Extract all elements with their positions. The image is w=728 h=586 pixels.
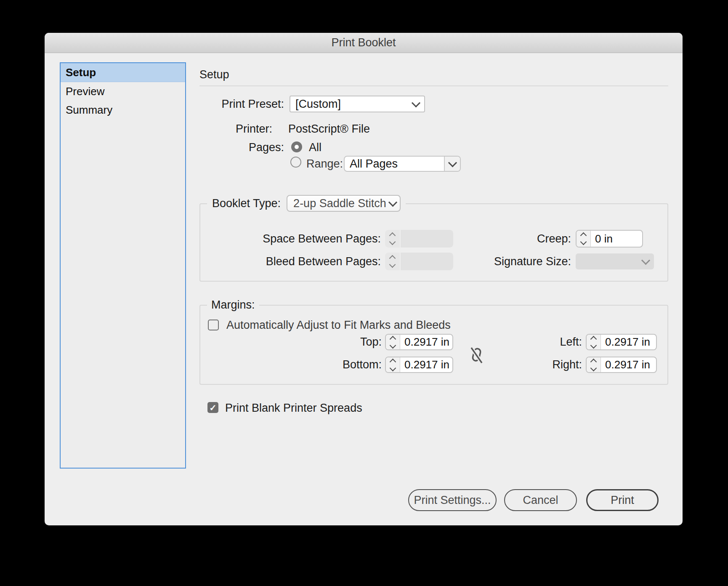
stepper-up-icon — [390, 358, 396, 365]
pages-range-label[interactable]: Range: — [306, 156, 343, 172]
signature-size-dropdown — [576, 253, 654, 269]
stepper-up-icon — [389, 232, 396, 239]
cancel-button[interactable]: Cancel — [504, 489, 577, 511]
chevron-down-icon — [637, 258, 654, 265]
stepper-icons[interactable] — [587, 357, 601, 372]
page-range-combobox[interactable]: All Pages — [344, 156, 461, 172]
space-between-pages-field — [385, 230, 453, 248]
right-margin-field[interactable]: 0.2917 in — [586, 357, 657, 373]
bottom-margin-field[interactable]: 0.2917 in — [385, 357, 453, 373]
space-between-pages-value — [401, 230, 453, 248]
check-icon: ✓ — [209, 403, 217, 412]
sidebar-item-setup[interactable]: Setup — [61, 63, 185, 82]
page-range-value[interactable]: All Pages — [345, 157, 444, 170]
sidebar-item-preview[interactable]: Preview — [61, 82, 185, 101]
stepper-down-icon — [590, 365, 597, 371]
bleed-between-pages-field — [385, 253, 453, 270]
creep-value[interactable]: 0 in — [591, 231, 642, 247]
stepper-up-icon — [590, 358, 597, 365]
sidebar-item-label: Summary — [66, 104, 112, 116]
print-booklet-dialog: Print Booklet Setup Preview Summary Setu… — [45, 33, 683, 525]
sidebar-item-summary[interactable]: Summary — [61, 101, 185, 119]
pages-label: Pages: — [199, 139, 284, 155]
creep-label: Creep: — [465, 230, 571, 248]
stepper-down-icon — [580, 239, 587, 245]
bleed-between-pages-value — [401, 253, 453, 270]
stepper-icons[interactable] — [386, 335, 400, 349]
stepper-icons[interactable] — [587, 335, 601, 349]
right-margin-value[interactable]: 0.2917 in — [601, 357, 656, 372]
printer-value: PostScript® File — [288, 121, 370, 137]
print-blank-spreads-checkbox[interactable]: ✓ — [207, 402, 218, 413]
right-margin-label: Right: — [497, 357, 582, 373]
stepper-up-icon — [580, 232, 587, 239]
booklet-type-value: 2-up Saddle Stitch — [287, 197, 386, 210]
print-settings-button[interactable]: Print Settings... — [408, 489, 497, 511]
pages-all-label[interactable]: All — [309, 139, 321, 155]
window-title: Print Booklet — [331, 36, 396, 49]
stepper-icons[interactable] — [577, 231, 591, 247]
print-preset-value: [Custom] — [290, 98, 407, 111]
stepper-icons[interactable] — [386, 357, 400, 372]
unlink-icon[interactable] — [468, 344, 485, 368]
sidebar-item-label: Preview — [66, 85, 104, 98]
top-margin-value[interactable]: 0.2917 in — [400, 335, 452, 349]
stepper-down-icon — [390, 342, 396, 349]
print-blank-spreads-label[interactable]: Print Blank Printer Spreads — [225, 401, 362, 415]
stepper-down-icon — [590, 342, 597, 349]
radio-dot-icon — [295, 145, 299, 149]
stepper-up-icon — [389, 255, 396, 262]
page-title: Setup — [199, 68, 229, 81]
auto-adjust-label[interactable]: Automatically Adjust to Fit Marks and Bl… — [226, 319, 451, 331]
stepper-icons — [385, 230, 401, 248]
stepper-down-icon — [389, 239, 396, 245]
printer-label: Printer: — [188, 121, 272, 137]
top-margin-field[interactable]: 0.2917 in — [385, 334, 453, 350]
bottom-margin-value[interactable]: 0.2917 in — [400, 357, 452, 372]
title-bar[interactable]: Print Booklet — [45, 33, 683, 53]
chevron-down-icon — [386, 200, 400, 207]
booklet-type-dropdown[interactable]: 2-up Saddle Stitch — [287, 195, 401, 212]
stepper-icons — [385, 253, 401, 270]
booklet-type-legend: Booklet Type: 2-up Saddle Stitch — [207, 195, 406, 212]
space-between-pages-label: Space Between Pages: — [199, 230, 381, 248]
creep-field[interactable]: 0 in — [576, 230, 643, 248]
booklet-type-label: Booklet Type: — [212, 197, 281, 210]
bottom-margin-label: Bottom: — [297, 357, 382, 373]
print-button[interactable]: Print — [586, 489, 659, 511]
print-preset-label: Print Preset: — [199, 96, 284, 112]
signature-size-label: Signature Size: — [465, 253, 571, 270]
auto-adjust-checkbox[interactable] — [208, 320, 219, 330]
chevron-down-icon[interactable] — [444, 157, 460, 171]
print-preset-dropdown[interactable]: [Custom] — [290, 96, 425, 112]
left-margin-label: Left: — [497, 334, 582, 350]
chevron-down-icon — [407, 101, 424, 107]
stepper-up-icon — [590, 336, 597, 342]
stepper-down-icon — [389, 261, 396, 268]
margins-legend: Margins: — [207, 298, 259, 312]
left-margin-field[interactable]: 0.2917 in — [586, 334, 657, 350]
sidebar-item-label: Setup — [66, 66, 96, 79]
top-margin-label: Top: — [297, 334, 382, 350]
stepper-down-icon — [390, 365, 396, 371]
heading-divider — [199, 85, 668, 86]
bleed-between-pages-label: Bleed Between Pages: — [199, 253, 381, 270]
pages-range-radio[interactable] — [290, 157, 301, 168]
panel-list: Setup Preview Summary — [60, 62, 186, 469]
stepper-up-icon — [390, 336, 396, 342]
pages-all-radio[interactable] — [291, 141, 302, 152]
left-margin-value[interactable]: 0.2917 in — [601, 335, 656, 349]
